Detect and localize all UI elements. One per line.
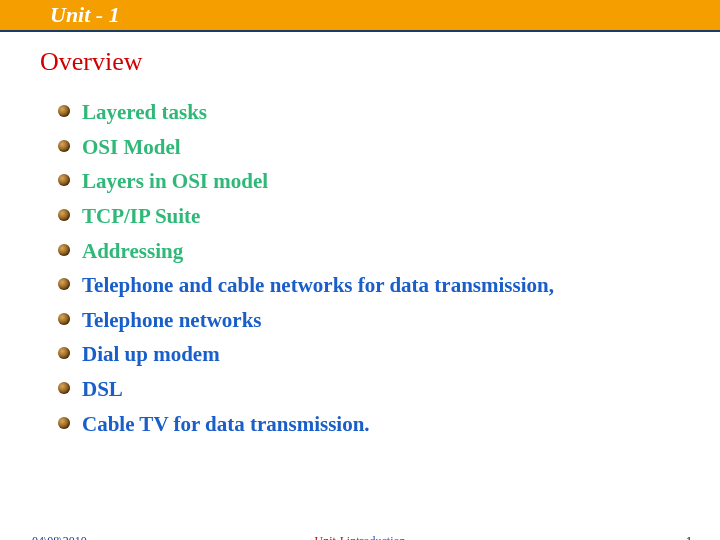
list-item: Telephone networks xyxy=(58,303,680,338)
footer-unit: Unit-I xyxy=(315,534,344,540)
footer-intro: introduction xyxy=(344,534,406,540)
topic-list: Layered tasks OSI Model Layers in OSI mo… xyxy=(58,95,680,441)
content-area: Overview Layered tasks OSI Model Layers … xyxy=(0,32,720,441)
list-item: DSL xyxy=(58,372,680,407)
footer-center: Unit-I introduction xyxy=(0,534,720,540)
list-item: OSI Model xyxy=(58,130,680,165)
list-item: Addressing xyxy=(58,234,680,269)
list-item: Layered tasks xyxy=(58,95,680,130)
list-item: Dial up modem xyxy=(58,337,680,372)
list-item: Telephone and cable networks for data tr… xyxy=(58,268,680,303)
section-heading: Overview xyxy=(40,47,680,77)
footer-page: 1 xyxy=(686,534,692,540)
list-item: Cable TV for data transmission. xyxy=(58,407,680,442)
list-item: Layers in OSI model xyxy=(58,164,680,199)
slide-title: Unit - 1 xyxy=(50,2,120,28)
title-bar: Unit - 1 xyxy=(0,0,720,32)
list-item: TCP/IP Suite xyxy=(58,199,680,234)
